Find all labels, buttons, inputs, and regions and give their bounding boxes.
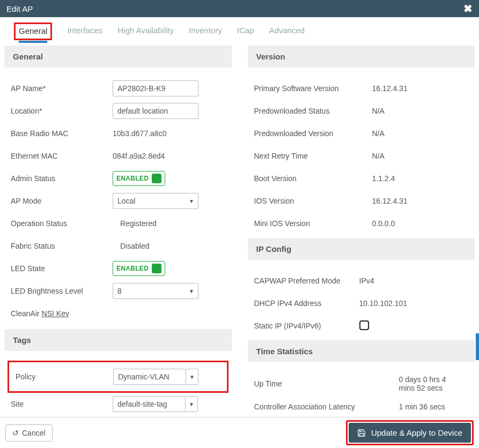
dialog-title: Edit AP — [6, 4, 33, 13]
latency-value: 1 min 36 secs — [399, 402, 463, 411]
site-tag-dropdown-button[interactable]: ▼ — [185, 396, 198, 412]
tab-general-highlight: General — [14, 23, 52, 40]
ap-mode-label: AP Mode — [11, 197, 107, 205]
scroll-indicator — [476, 333, 479, 360]
led-bright-label: LED Brightness Level — [11, 287, 107, 295]
policy-row-highlight: Policy ▼ — [8, 361, 229, 393]
led-bright-select[interactable] — [113, 283, 198, 299]
tab-interfaces[interactable]: Interfaces — [67, 26, 102, 40]
section-ipconfig: IP Config — [248, 238, 475, 260]
save-icon — [357, 429, 366, 437]
eth-mac-value: 084f.a9a2.8ed4 — [113, 152, 225, 160]
cleanair-nsi-link[interactable]: NSI Key — [42, 309, 69, 318]
tab-high-availability[interactable]: High Availability — [117, 26, 174, 40]
policy-tag-select[interactable] — [113, 369, 186, 385]
op-status-label: Operation Status — [11, 219, 107, 228]
static-ip-checkbox[interactable] — [359, 320, 369, 330]
admin-status-toggle[interactable]: ENABLED — [113, 171, 165, 186]
cancel-button[interactable]: ↺ Cancel — [5, 424, 53, 442]
mini-ios-label: Mini IOS Version — [254, 219, 367, 228]
policy-tag-dropdown-button[interactable]: ▼ — [186, 369, 198, 385]
uptime-value: 0 days 0 hrs 4 mins 52 secs — [399, 375, 463, 392]
site-label: Site — [11, 400, 107, 408]
dialog-footer: ↺ Cancel Update & Apply to Device — [0, 417, 479, 448]
eth-mac-label: Ethernet MAC — [11, 152, 107, 160]
tab-inventory[interactable]: Inventory — [189, 26, 222, 40]
apply-label: Update & Apply to Device — [371, 428, 462, 437]
mini-ios-value: 0.0.0.0 — [372, 219, 469, 228]
base-mac-value: 10b3.d677.a8c0 — [113, 129, 225, 138]
led-state-label: LED State — [11, 264, 107, 273]
predl-ver-value: N/A — [372, 129, 469, 138]
predl-status-value: N/A — [372, 107, 469, 115]
retry-label: Next Retry Time — [254, 152, 367, 160]
dhcp-value: 10.10.102.101 — [359, 299, 456, 308]
cleanair-label: CleanAir NSI Key — [11, 309, 107, 318]
update-apply-button[interactable]: Update & Apply to Device — [349, 423, 471, 443]
capwap-value: IPv4 — [359, 277, 456, 285]
tab-advanced[interactable]: Advanced — [269, 26, 305, 40]
tab-row: General Interfaces High Availability Inv… — [0, 17, 479, 40]
right-column: Version Primary Software Version16.12.4.… — [248, 46, 475, 417]
ap-name-label: AP Name* — [11, 84, 107, 93]
chevron-down-icon: ▼ — [189, 401, 194, 407]
primary-sw-value: 16.12.4.31 — [372, 84, 469, 93]
retry-value: N/A — [372, 152, 469, 160]
policy-label: Policy — [16, 372, 108, 381]
predl-ver-label: Predownloaded Version — [254, 129, 367, 138]
section-version: Version — [248, 46, 475, 68]
led-state-value: ENABLED — [116, 265, 149, 272]
section-timestats: Time Statistics — [248, 340, 475, 362]
section-general: General — [4, 46, 232, 68]
ios-ver-label: IOS Version — [254, 197, 367, 205]
ios-ver-value: 16.12.4.31 — [372, 197, 469, 205]
ap-name-input[interactable] — [113, 80, 198, 96]
section-tags: Tags — [4, 329, 232, 351]
op-status-value: Registered — [113, 219, 225, 228]
fabric-label: Fabric Status — [11, 242, 107, 250]
predl-status-label: Predownloaded Status — [254, 107, 367, 115]
cancel-label: Cancel — [22, 429, 46, 437]
location-input[interactable] — [113, 103, 198, 119]
admin-status-value: ENABLED — [116, 175, 149, 182]
undo-icon: ↺ — [12, 429, 19, 437]
toggle-knob-icon — [152, 264, 161, 273]
fabric-value: Disabled — [113, 242, 225, 250]
dialog-body: General Interfaces High Availability Inv… — [0, 17, 479, 417]
boot-ver-value: 1.1.2.4 — [372, 174, 469, 183]
boot-ver-label: Boot Version — [254, 174, 367, 183]
led-state-toggle[interactable]: ENABLED — [113, 261, 165, 276]
uptime-label: Up Time — [254, 379, 394, 388]
dialog-titlebar: Edit AP ✖ — [0, 0, 479, 17]
tab-general[interactable]: General — [19, 26, 47, 43]
admin-status-label: Admin Status — [11, 174, 107, 183]
ap-mode-select[interactable] — [113, 193, 198, 209]
location-label: Location* — [11, 107, 107, 115]
base-mac-label: Base Radio MAC — [11, 129, 107, 138]
chevron-down-icon: ▼ — [189, 374, 195, 380]
latency-label: Controller Association Latency — [254, 402, 394, 411]
left-column: General AP Name* Location* Base Radio MA… — [4, 46, 232, 417]
static-ip-label: Static IP (IPv4/IPv6) — [254, 322, 354, 330]
close-icon[interactable]: ✖ — [463, 2, 473, 15]
site-tag-select[interactable] — [113, 396, 185, 412]
dhcp-label: DHCP IPv4 Address — [254, 299, 354, 308]
toggle-knob-icon — [152, 174, 161, 183]
tab-icap[interactable]: ICap — [237, 26, 254, 40]
apply-button-highlight: Update & Apply to Device — [346, 420, 474, 445]
capwap-label: CAPWAP Preferred Mode — [254, 277, 354, 285]
primary-sw-label: Primary Software Version — [254, 84, 367, 93]
